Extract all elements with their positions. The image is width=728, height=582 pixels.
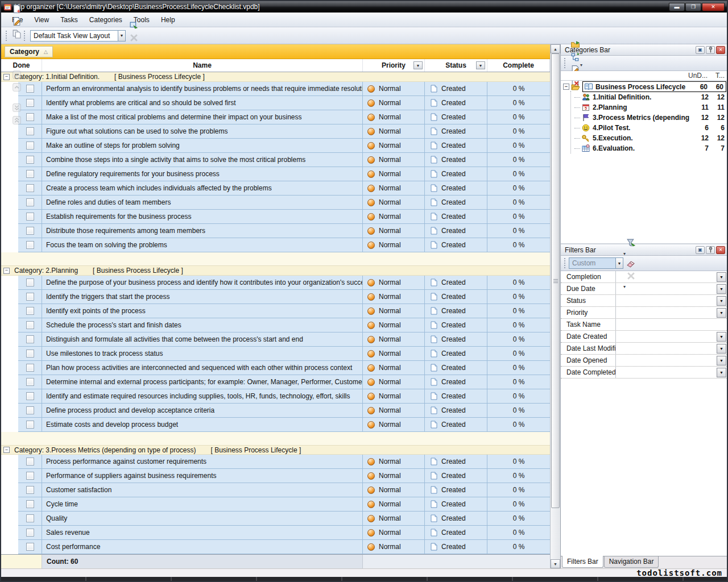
priority-cell[interactable]: Normal bbox=[363, 418, 425, 432]
toolbar-overflow-icon[interactable]: ▾ bbox=[580, 63, 582, 68]
column-header-priority[interactable]: Priority bbox=[363, 59, 425, 72]
priority-cell[interactable]: Normal bbox=[363, 512, 425, 526]
priority-cell[interactable]: Normal bbox=[363, 483, 425, 497]
status-cell[interactable]: Created bbox=[425, 153, 487, 167]
task-checkbox[interactable] bbox=[26, 486, 34, 494]
restore-panel-icon[interactable]: ▣ bbox=[696, 246, 705, 254]
filter-dropdown-button[interactable] bbox=[717, 272, 726, 282]
tab-filters-bar[interactable]: Filters Bar bbox=[562, 556, 603, 568]
priority-cell[interactable]: Normal bbox=[363, 167, 425, 181]
status-cell[interactable]: Created bbox=[425, 304, 487, 318]
new-category-icon[interactable] bbox=[569, 38, 581, 51]
priority-cell[interactable]: Normal bbox=[363, 224, 425, 238]
task-checkbox[interactable] bbox=[26, 378, 34, 386]
task-checkbox[interactable] bbox=[26, 307, 34, 315]
task-checkbox[interactable] bbox=[26, 364, 34, 372]
priority-cell[interactable]: Normal bbox=[363, 375, 425, 389]
restore-panel-icon[interactable]: ▣ bbox=[696, 46, 705, 54]
filter-dropdown-button[interactable] bbox=[717, 296, 726, 306]
priority-cell[interactable]: Normal bbox=[363, 153, 425, 167]
priority-cell[interactable]: Normal bbox=[363, 497, 425, 512]
status-cell[interactable]: Created bbox=[425, 389, 487, 404]
status-cell[interactable]: Created bbox=[425, 332, 487, 347]
edit-task-icon[interactable] bbox=[10, 15, 23, 28]
clear-filter-icon[interactable] bbox=[624, 257, 637, 269]
status-cell[interactable]: Created bbox=[425, 483, 487, 497]
priority-cell[interactable]: Normal bbox=[363, 469, 425, 483]
priority-cell[interactable]: Normal bbox=[363, 404, 425, 418]
minimize-button[interactable]: ▬ bbox=[669, 3, 685, 11]
tab-navigation-bar[interactable]: Navigation Bar bbox=[604, 556, 659, 568]
new-subcategory-icon[interactable] bbox=[569, 51, 581, 63]
task-checkbox[interactable] bbox=[26, 85, 34, 93]
task-checkbox[interactable] bbox=[26, 335, 34, 343]
priority-cell[interactable]: Normal bbox=[363, 276, 425, 290]
task-checkbox[interactable] bbox=[26, 500, 34, 508]
column-header-name[interactable]: Name bbox=[42, 59, 363, 72]
priority-cell[interactable]: Normal bbox=[363, 526, 425, 540]
filter-field-value[interactable] bbox=[616, 307, 717, 318]
column-header-status[interactable]: Status bbox=[425, 59, 487, 72]
collapse-icon[interactable] bbox=[3, 74, 10, 80]
pin-panel-icon[interactable] bbox=[706, 46, 715, 54]
status-cell[interactable]: Created bbox=[425, 110, 487, 124]
group-by-category-chip[interactable]: Category △ bbox=[5, 46, 53, 57]
priority-cell[interactable]: Normal bbox=[363, 96, 425, 110]
menu-help[interactable]: Help bbox=[156, 14, 180, 26]
priority-cell[interactable]: Normal bbox=[363, 238, 425, 252]
filter-field-value[interactable] bbox=[616, 343, 717, 354]
filter-preset-combobox[interactable]: Custom ▼ bbox=[569, 257, 623, 269]
apply-layout-icon[interactable] bbox=[127, 19, 140, 32]
status-cell[interactable]: Created bbox=[425, 318, 487, 332]
scroll-down-icon[interactable]: ▼ bbox=[551, 559, 560, 568]
status-cell[interactable]: Created bbox=[425, 540, 487, 554]
priority-cell[interactable]: Normal bbox=[363, 332, 425, 347]
priority-cell[interactable]: Normal bbox=[363, 110, 425, 124]
task-checkbox[interactable] bbox=[26, 227, 34, 235]
layout-combobox[interactable]: Default Task View Layout ▼ bbox=[30, 30, 126, 41]
undone-column-header[interactable]: UnD... bbox=[682, 72, 708, 80]
status-cell[interactable]: Created bbox=[425, 238, 487, 252]
task-checkbox[interactable] bbox=[26, 529, 34, 537]
task-checkbox[interactable] bbox=[26, 321, 34, 329]
task-checkbox[interactable] bbox=[26, 406, 34, 414]
new-task-icon[interactable] bbox=[10, 3, 23, 15]
menu-view[interactable]: View bbox=[29, 14, 54, 26]
status-cell[interactable]: Created bbox=[425, 167, 487, 181]
chevron-down-icon[interactable]: ▼ bbox=[615, 258, 623, 268]
filter-dropdown-button[interactable] bbox=[717, 356, 726, 365]
priority-cell[interactable]: Normal bbox=[363, 361, 425, 375]
category-tree-item[interactable]: 1.Initial Definition.1212 bbox=[561, 92, 727, 102]
filter-field-value[interactable] bbox=[616, 283, 717, 294]
filter-dropdown-button[interactable] bbox=[717, 344, 726, 354]
status-cell[interactable]: Created bbox=[425, 96, 487, 110]
total-column-header[interactable]: T... bbox=[708, 72, 725, 80]
priority-cell[interactable]: Normal bbox=[363, 210, 425, 224]
status-cell[interactable]: Created bbox=[425, 404, 487, 418]
category-tree-item[interactable]: 5.Execution.1212 bbox=[561, 133, 727, 143]
status-cell[interactable]: Created bbox=[425, 497, 487, 512]
collapse-icon[interactable] bbox=[3, 268, 10, 274]
task-checkbox[interactable] bbox=[26, 99, 34, 107]
close-panel-icon[interactable]: ✕ bbox=[716, 46, 725, 54]
task-checkbox[interactable] bbox=[26, 170, 34, 178]
task-checkbox[interactable] bbox=[26, 156, 34, 164]
vertical-scrollbar[interactable]: ▲ ▼ bbox=[550, 44, 560, 568]
task-checkbox[interactable] bbox=[26, 293, 34, 301]
priority-filter-button[interactable] bbox=[413, 61, 423, 69]
status-cell[interactable]: Created bbox=[425, 224, 487, 238]
task-checkbox[interactable] bbox=[26, 421, 34, 429]
status-cell[interactable]: Created bbox=[425, 276, 487, 290]
status-cell[interactable]: Created bbox=[425, 124, 487, 139]
task-checkbox[interactable] bbox=[26, 458, 34, 465]
status-cell[interactable]: Created bbox=[425, 469, 487, 483]
selected-category-row[interactable]: Business Process Lifecycle 60 60 bbox=[582, 81, 726, 92]
status-filter-button[interactable] bbox=[476, 61, 485, 69]
filter-field-value[interactable] bbox=[616, 331, 717, 342]
category-tree-item[interactable]: 4.Pilot Test.66 bbox=[561, 123, 727, 133]
filter-dropdown-button[interactable] bbox=[717, 284, 726, 294]
priority-cell[interactable]: Normal bbox=[363, 181, 425, 196]
priority-cell[interactable]: Normal bbox=[363, 139, 425, 153]
priority-cell[interactable]: Normal bbox=[363, 82, 425, 96]
status-cell[interactable]: Created bbox=[425, 210, 487, 224]
